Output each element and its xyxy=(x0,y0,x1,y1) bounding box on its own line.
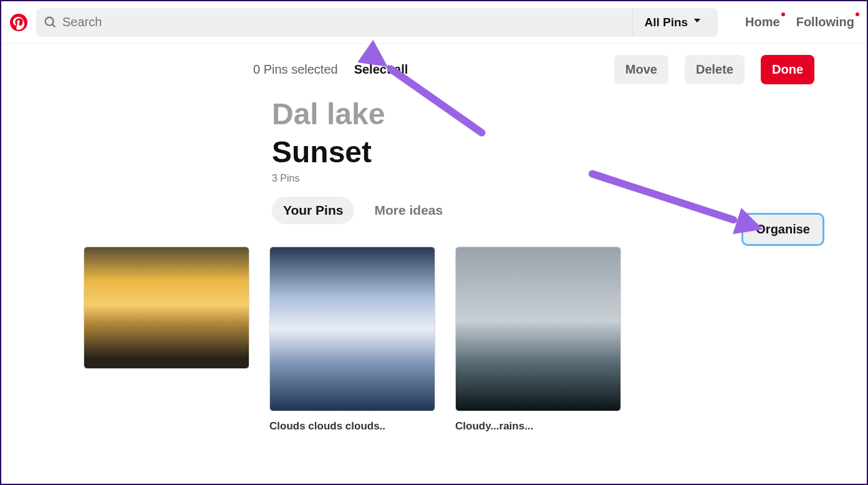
search-bar[interactable]: All Pins xyxy=(36,8,718,37)
pin-card[interactable]: Clouds clouds clouds.. xyxy=(269,247,435,433)
notification-dot-icon xyxy=(781,12,785,16)
pins-filter-dropdown[interactable]: All Pins xyxy=(632,8,713,37)
move-button[interactable]: Move xyxy=(614,55,668,84)
pins-row: Clouds clouds clouds.. Cloudy...rains... xyxy=(1,224,867,433)
chevron-down-icon xyxy=(692,15,703,29)
breadcrumb[interactable]: Dal lake xyxy=(272,97,867,131)
pinterest-logo-icon[interactable] xyxy=(10,14,27,31)
pin-caption: Cloudy...rains... xyxy=(455,420,621,433)
pins-selected-count: 0 Pins selected xyxy=(253,62,338,77)
nav-home[interactable]: Home xyxy=(745,15,780,29)
pin-image xyxy=(84,247,249,369)
svg-line-2 xyxy=(52,24,55,27)
pin-card[interactable]: Cloudy...rains... xyxy=(455,247,621,433)
delete-button[interactable]: Delete xyxy=(685,55,745,84)
done-button[interactable]: Done xyxy=(761,55,814,84)
pin-card[interactable] xyxy=(84,247,249,433)
nav-following[interactable]: Following xyxy=(796,15,854,29)
pin-image xyxy=(269,247,435,411)
organize-toolbar: 0 Pins selected Select all Move Delete D… xyxy=(1,44,867,89)
header: All Pins Home Following xyxy=(1,1,867,44)
notification-dot-icon xyxy=(856,12,859,16)
svg-point-1 xyxy=(46,17,54,25)
search-input[interactable] xyxy=(62,15,632,29)
tab-your-pins[interactable]: Your Pins xyxy=(272,197,354,224)
pin-image xyxy=(455,247,621,411)
pin-count: 3 Pins xyxy=(272,173,867,184)
board-content: Dal lake Sunset 3 Pins Your Pins More id… xyxy=(1,89,867,224)
nav-following-label: Following xyxy=(796,15,854,29)
search-icon xyxy=(44,16,57,29)
pins-filter-label: All Pins xyxy=(644,16,688,29)
tab-more-ideas[interactable]: More ideas xyxy=(363,197,454,224)
nav: Home Following xyxy=(745,15,854,29)
board-title: Sunset xyxy=(272,135,867,169)
nav-home-label: Home xyxy=(745,15,780,29)
pin-caption: Clouds clouds clouds.. xyxy=(269,420,435,433)
